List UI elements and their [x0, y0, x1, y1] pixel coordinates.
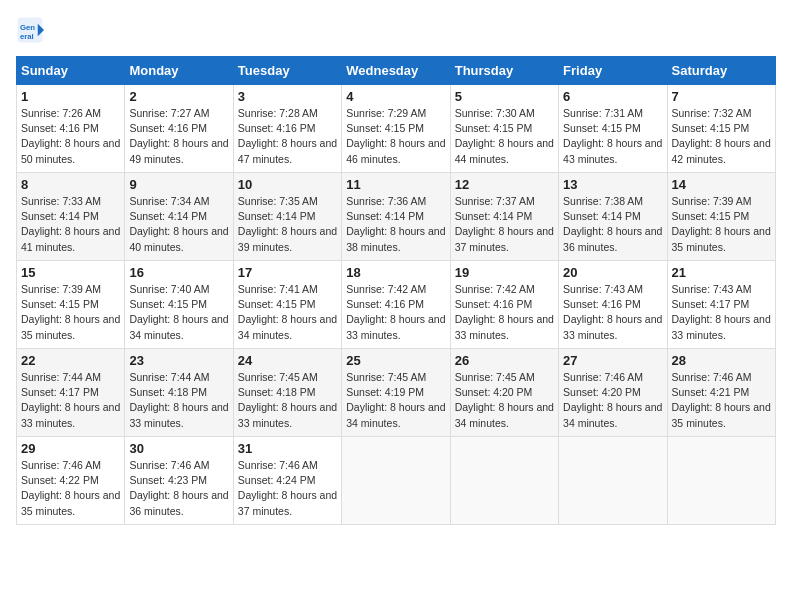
calendar-cell: 16Sunrise: 7:40 AMSunset: 4:15 PMDayligh… [125, 261, 233, 349]
calendar-cell: 8Sunrise: 7:33 AMSunset: 4:14 PMDaylight… [17, 173, 125, 261]
calendar-cell: 28Sunrise: 7:46 AMSunset: 4:21 PMDayligh… [667, 349, 775, 437]
calendar-cell [559, 437, 667, 525]
day-info: Sunrise: 7:31 AMSunset: 4:15 PMDaylight:… [563, 106, 662, 167]
day-number: 2 [129, 89, 228, 104]
calendar-cell: 5Sunrise: 7:30 AMSunset: 4:15 PMDaylight… [450, 85, 558, 173]
weekday-header-monday: Monday [125, 57, 233, 85]
day-info: Sunrise: 7:43 AMSunset: 4:16 PMDaylight:… [563, 282, 662, 343]
day-number: 26 [455, 353, 554, 368]
calendar-cell: 19Sunrise: 7:42 AMSunset: 4:16 PMDayligh… [450, 261, 558, 349]
calendar-week-row: 15Sunrise: 7:39 AMSunset: 4:15 PMDayligh… [17, 261, 776, 349]
day-number: 13 [563, 177, 662, 192]
day-info: Sunrise: 7:45 AMSunset: 4:19 PMDaylight:… [346, 370, 445, 431]
day-number: 30 [129, 441, 228, 456]
day-info: Sunrise: 7:27 AMSunset: 4:16 PMDaylight:… [129, 106, 228, 167]
day-info: Sunrise: 7:45 AMSunset: 4:20 PMDaylight:… [455, 370, 554, 431]
day-info: Sunrise: 7:30 AMSunset: 4:15 PMDaylight:… [455, 106, 554, 167]
calendar-cell: 6Sunrise: 7:31 AMSunset: 4:15 PMDaylight… [559, 85, 667, 173]
calendar-cell [450, 437, 558, 525]
day-number: 20 [563, 265, 662, 280]
calendar-cell: 1Sunrise: 7:26 AMSunset: 4:16 PMDaylight… [17, 85, 125, 173]
day-info: Sunrise: 7:46 AMSunset: 4:22 PMDaylight:… [21, 458, 120, 519]
calendar-cell: 24Sunrise: 7:45 AMSunset: 4:18 PMDayligh… [233, 349, 341, 437]
weekday-header-wednesday: Wednesday [342, 57, 450, 85]
day-info: Sunrise: 7:29 AMSunset: 4:15 PMDaylight:… [346, 106, 445, 167]
calendar-week-row: 8Sunrise: 7:33 AMSunset: 4:14 PMDaylight… [17, 173, 776, 261]
day-number: 21 [672, 265, 771, 280]
calendar-cell: 29Sunrise: 7:46 AMSunset: 4:22 PMDayligh… [17, 437, 125, 525]
calendar-cell: 25Sunrise: 7:45 AMSunset: 4:19 PMDayligh… [342, 349, 450, 437]
calendar-cell: 18Sunrise: 7:42 AMSunset: 4:16 PMDayligh… [342, 261, 450, 349]
day-number: 22 [21, 353, 120, 368]
day-number: 31 [238, 441, 337, 456]
day-number: 19 [455, 265, 554, 280]
day-info: Sunrise: 7:44 AMSunset: 4:18 PMDaylight:… [129, 370, 228, 431]
day-info: Sunrise: 7:46 AMSunset: 4:23 PMDaylight:… [129, 458, 228, 519]
day-number: 29 [21, 441, 120, 456]
day-number: 1 [21, 89, 120, 104]
day-number: 4 [346, 89, 445, 104]
calendar-cell: 26Sunrise: 7:45 AMSunset: 4:20 PMDayligh… [450, 349, 558, 437]
day-number: 18 [346, 265, 445, 280]
calendar-cell: 13Sunrise: 7:38 AMSunset: 4:14 PMDayligh… [559, 173, 667, 261]
calendar-cell: 2Sunrise: 7:27 AMSunset: 4:16 PMDaylight… [125, 85, 233, 173]
day-info: Sunrise: 7:32 AMSunset: 4:15 PMDaylight:… [672, 106, 771, 167]
calendar-cell [667, 437, 775, 525]
day-info: Sunrise: 7:35 AMSunset: 4:14 PMDaylight:… [238, 194, 337, 255]
day-info: Sunrise: 7:37 AMSunset: 4:14 PMDaylight:… [455, 194, 554, 255]
calendar-cell: 10Sunrise: 7:35 AMSunset: 4:14 PMDayligh… [233, 173, 341, 261]
calendar-cell: 14Sunrise: 7:39 AMSunset: 4:15 PMDayligh… [667, 173, 775, 261]
logo-icon: Gen eral [16, 16, 44, 44]
calendar-cell [342, 437, 450, 525]
weekday-header-thursday: Thursday [450, 57, 558, 85]
day-info: Sunrise: 7:39 AMSunset: 4:15 PMDaylight:… [21, 282, 120, 343]
day-number: 5 [455, 89, 554, 104]
weekday-header-tuesday: Tuesday [233, 57, 341, 85]
day-info: Sunrise: 7:40 AMSunset: 4:15 PMDaylight:… [129, 282, 228, 343]
day-number: 9 [129, 177, 228, 192]
calendar-cell: 21Sunrise: 7:43 AMSunset: 4:17 PMDayligh… [667, 261, 775, 349]
calendar-cell: 22Sunrise: 7:44 AMSunset: 4:17 PMDayligh… [17, 349, 125, 437]
day-number: 25 [346, 353, 445, 368]
page-header: Gen eral [16, 16, 776, 44]
calendar-table: SundayMondayTuesdayWednesdayThursdayFrid… [16, 56, 776, 525]
day-number: 10 [238, 177, 337, 192]
day-info: Sunrise: 7:28 AMSunset: 4:16 PMDaylight:… [238, 106, 337, 167]
calendar-cell: 3Sunrise: 7:28 AMSunset: 4:16 PMDaylight… [233, 85, 341, 173]
calendar-cell: 20Sunrise: 7:43 AMSunset: 4:16 PMDayligh… [559, 261, 667, 349]
calendar-cell: 30Sunrise: 7:46 AMSunset: 4:23 PMDayligh… [125, 437, 233, 525]
calendar-cell: 12Sunrise: 7:37 AMSunset: 4:14 PMDayligh… [450, 173, 558, 261]
day-info: Sunrise: 7:44 AMSunset: 4:17 PMDaylight:… [21, 370, 120, 431]
svg-text:Gen: Gen [20, 23, 35, 32]
day-info: Sunrise: 7:33 AMSunset: 4:14 PMDaylight:… [21, 194, 120, 255]
calendar-week-row: 1Sunrise: 7:26 AMSunset: 4:16 PMDaylight… [17, 85, 776, 173]
calendar-week-row: 29Sunrise: 7:46 AMSunset: 4:22 PMDayligh… [17, 437, 776, 525]
calendar-cell: 9Sunrise: 7:34 AMSunset: 4:14 PMDaylight… [125, 173, 233, 261]
day-info: Sunrise: 7:38 AMSunset: 4:14 PMDaylight:… [563, 194, 662, 255]
day-info: Sunrise: 7:42 AMSunset: 4:16 PMDaylight:… [455, 282, 554, 343]
calendar-cell: 23Sunrise: 7:44 AMSunset: 4:18 PMDayligh… [125, 349, 233, 437]
day-info: Sunrise: 7:46 AMSunset: 4:24 PMDaylight:… [238, 458, 337, 519]
day-number: 16 [129, 265, 228, 280]
day-number: 28 [672, 353, 771, 368]
weekday-header-row: SundayMondayTuesdayWednesdayThursdayFrid… [17, 57, 776, 85]
day-info: Sunrise: 7:43 AMSunset: 4:17 PMDaylight:… [672, 282, 771, 343]
calendar-cell: 27Sunrise: 7:46 AMSunset: 4:20 PMDayligh… [559, 349, 667, 437]
day-info: Sunrise: 7:26 AMSunset: 4:16 PMDaylight:… [21, 106, 120, 167]
day-number: 24 [238, 353, 337, 368]
day-number: 15 [21, 265, 120, 280]
day-info: Sunrise: 7:39 AMSunset: 4:15 PMDaylight:… [672, 194, 771, 255]
logo: Gen eral [16, 16, 48, 44]
day-info: Sunrise: 7:46 AMSunset: 4:20 PMDaylight:… [563, 370, 662, 431]
day-info: Sunrise: 7:42 AMSunset: 4:16 PMDaylight:… [346, 282, 445, 343]
day-info: Sunrise: 7:46 AMSunset: 4:21 PMDaylight:… [672, 370, 771, 431]
day-number: 17 [238, 265, 337, 280]
calendar-week-row: 22Sunrise: 7:44 AMSunset: 4:17 PMDayligh… [17, 349, 776, 437]
day-info: Sunrise: 7:36 AMSunset: 4:14 PMDaylight:… [346, 194, 445, 255]
day-number: 8 [21, 177, 120, 192]
day-number: 3 [238, 89, 337, 104]
calendar-cell: 31Sunrise: 7:46 AMSunset: 4:24 PMDayligh… [233, 437, 341, 525]
day-info: Sunrise: 7:45 AMSunset: 4:18 PMDaylight:… [238, 370, 337, 431]
weekday-header-sunday: Sunday [17, 57, 125, 85]
day-info: Sunrise: 7:34 AMSunset: 4:14 PMDaylight:… [129, 194, 228, 255]
